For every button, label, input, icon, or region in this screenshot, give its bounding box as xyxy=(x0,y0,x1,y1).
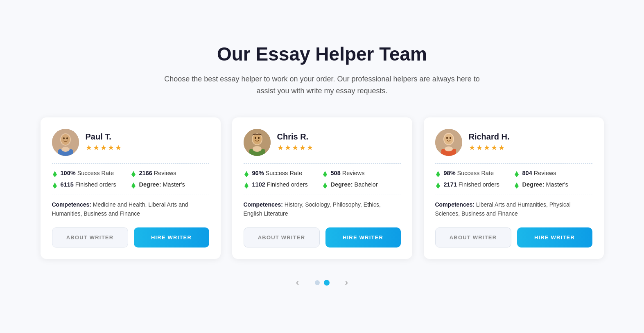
degree-paul: Degree: Master's xyxy=(131,181,209,188)
hire-writer-button-paul[interactable]: HIRE WRITER xyxy=(134,227,209,248)
pagination-row: ‹ › xyxy=(33,275,611,290)
star-5: ★ xyxy=(307,143,313,152)
avatar-chris xyxy=(244,129,271,156)
star-2: ★ xyxy=(285,143,291,152)
diamond-icon xyxy=(52,169,58,177)
about-writer-button-chris[interactable]: ABOUT WRITER xyxy=(244,227,320,248)
svg-point-2 xyxy=(61,134,70,145)
page-container: Our Essay Helper Team Choose the best es… xyxy=(0,18,644,314)
stats-paul: 100% Success Rate 2166 Reviews 6115 Fini… xyxy=(52,169,209,188)
stats-richard: 98% Success Rate 804 Reviews 2171 Finish… xyxy=(435,169,592,188)
star-4: ★ xyxy=(491,143,497,152)
card-actions-richard: ABOUT WRITER HIRE WRITER xyxy=(435,227,592,248)
diamond-icon-3 xyxy=(52,181,58,188)
svg-point-4 xyxy=(66,137,68,139)
card-header-paul: Paul T. ★ ★ ★ ★ ★ xyxy=(52,129,209,156)
writer-name-chris: Chris R. xyxy=(277,132,313,142)
avatar-richard xyxy=(435,129,462,156)
stars-chris: ★ ★ ★ ★ ★ xyxy=(277,143,313,152)
section-title: Our Essay Helper Team xyxy=(33,43,611,65)
star-4: ★ xyxy=(299,143,306,152)
reviews-chris: 508 Reviews xyxy=(322,169,401,177)
dot-1[interactable] xyxy=(315,280,320,285)
finished-richard: 2171 Finished orders xyxy=(435,181,514,188)
svg-point-16 xyxy=(444,134,453,144)
svg-point-10 xyxy=(255,137,256,139)
section-subtitle: Choose the best essay helper to work on … xyxy=(158,73,486,97)
next-arrow[interactable]: › xyxy=(339,275,354,290)
writer-name-paul: Paul T. xyxy=(86,132,122,142)
star-5: ★ xyxy=(115,143,122,152)
diamond-icon-2 xyxy=(131,169,136,177)
star-2: ★ xyxy=(93,143,99,152)
hire-writer-button-chris[interactable]: HIRE WRITER xyxy=(325,227,401,248)
star-1: ★ xyxy=(277,143,284,152)
star-5: ★ xyxy=(498,143,505,152)
success-rate-richard: 98% Success Rate xyxy=(435,169,514,177)
writer-info-paul: Paul T. ★ ★ ★ ★ ★ xyxy=(86,132,122,152)
about-writer-button-richard[interactable]: ABOUT WRITER xyxy=(435,227,511,248)
diamond-icon-2 xyxy=(322,169,328,177)
diamond-icon-4 xyxy=(131,181,136,188)
cards-row: Paul T. ★ ★ ★ ★ ★ 100% Success Rate xyxy=(33,117,611,259)
star-4: ★ xyxy=(108,143,114,152)
svg-point-13 xyxy=(253,146,262,152)
finished-paul: 6115 Finished orders xyxy=(52,181,131,188)
card-actions-chris: ABOUT WRITER HIRE WRITER xyxy=(244,227,401,248)
svg-point-20 xyxy=(445,146,453,151)
svg-point-18 xyxy=(450,137,451,139)
writer-name-richard: Richard H. xyxy=(469,132,510,142)
diamond-icon-3 xyxy=(435,181,441,188)
writer-card-paul: Paul T. ★ ★ ★ ★ ★ 100% Success Rate xyxy=(41,117,221,259)
writer-info-richard: Richard H. ★ ★ ★ ★ ★ xyxy=(469,132,510,152)
star-1: ★ xyxy=(469,143,475,152)
degree-richard: Degree: Master's xyxy=(514,181,592,188)
star-3: ★ xyxy=(484,143,490,152)
star-1: ★ xyxy=(86,143,92,152)
stars-paul: ★ ★ ★ ★ ★ xyxy=(86,143,122,152)
stars-richard: ★ ★ ★ ★ ★ xyxy=(469,143,510,152)
avatar-paul xyxy=(52,129,79,156)
diamond-icon xyxy=(244,169,249,177)
competences-chris: Competences: History, Sociology, Philoso… xyxy=(244,200,401,218)
writer-info-chris: Chris R. ★ ★ ★ ★ ★ xyxy=(277,132,313,152)
diamond-icon xyxy=(435,169,441,177)
finished-chris: 1102 Finished orders xyxy=(244,181,322,188)
dot-2[interactable] xyxy=(324,280,330,286)
divider-bottom-paul xyxy=(52,194,209,194)
divider-top-chris xyxy=(244,163,401,164)
divider-bottom-chris xyxy=(244,194,401,194)
stats-chris: 96% Success Rate 508 Reviews 1102 Finish… xyxy=(244,169,401,188)
prev-arrow[interactable]: ‹ xyxy=(290,275,305,290)
svg-point-17 xyxy=(446,137,448,139)
diamond-icon-4 xyxy=(514,181,520,188)
star-3: ★ xyxy=(100,143,107,152)
reviews-richard: 804 Reviews xyxy=(514,169,592,177)
diamond-icon-4 xyxy=(322,181,328,188)
competences-paul: Competences: Medicine and Health, Libera… xyxy=(52,200,209,218)
success-rate-paul: 100% Success Rate xyxy=(52,169,131,177)
svg-point-9 xyxy=(253,134,262,144)
card-header-chris: Chris R. ★ ★ ★ ★ ★ xyxy=(244,129,401,156)
about-writer-button-paul[interactable]: ABOUT WRITER xyxy=(52,227,128,248)
diamond-icon-2 xyxy=(514,169,520,177)
writer-card-chris: Chris R. ★ ★ ★ ★ ★ 96% Success Rate xyxy=(232,117,412,259)
pagination-dots xyxy=(315,280,330,286)
degree-chris: Degree: Bachelor xyxy=(322,181,401,188)
diamond-icon-3 xyxy=(244,181,249,188)
reviews-paul: 2166 Reviews xyxy=(131,169,209,177)
divider-bottom-richard xyxy=(435,194,592,194)
divider-top-richard xyxy=(435,163,592,164)
success-rate-chris: 96% Success Rate xyxy=(244,169,322,177)
star-2: ★ xyxy=(476,143,483,152)
divider-top-paul xyxy=(52,163,209,164)
card-header-richard: Richard H. ★ ★ ★ ★ ★ xyxy=(435,129,592,156)
svg-point-3 xyxy=(63,137,65,139)
star-3: ★ xyxy=(292,143,298,152)
competences-richard: Competences: Liberal Arts and Humanities… xyxy=(435,200,592,218)
writer-card-richard: Richard H. ★ ★ ★ ★ ★ 98% Success Rate xyxy=(424,117,604,259)
svg-point-6 xyxy=(61,147,70,152)
hire-writer-button-richard[interactable]: HIRE WRITER xyxy=(517,227,592,248)
svg-point-11 xyxy=(258,137,260,139)
card-actions-paul: ABOUT WRITER HIRE WRITER xyxy=(52,227,209,248)
